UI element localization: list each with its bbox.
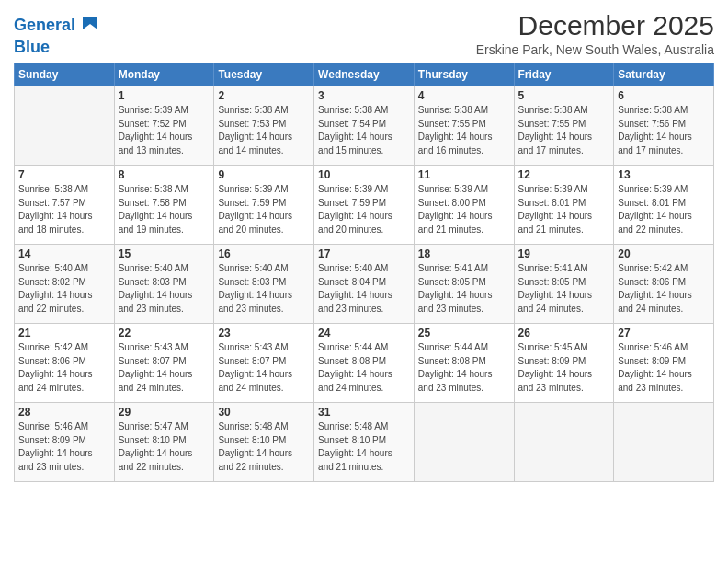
day-number: 6: [618, 89, 710, 102]
day-info: Sunrise: 5:46 AMSunset: 8:09 PMDaylight:…: [618, 341, 710, 395]
logo-text: General: [14, 17, 75, 35]
day-info: Sunrise: 5:40 AMSunset: 8:04 PMDaylight:…: [318, 262, 410, 316]
svg-marker-0: [83, 17, 97, 29]
cell-w4-d6: 26Sunrise: 5:45 AMSunset: 8:09 PMDayligh…: [514, 324, 614, 403]
day-number: 22: [119, 327, 210, 339]
day-info: Sunrise: 5:38 AMSunset: 7:55 PMDaylight:…: [518, 104, 610, 157]
cell-w2-d6: 12Sunrise: 5:39 AMSunset: 8:01 PMDayligh…: [514, 166, 614, 245]
day-info: Sunrise: 5:39 AMSunset: 7:59 PMDaylight:…: [218, 183, 310, 236]
main-title: December 2025: [476, 9, 714, 42]
day-number: 10: [318, 168, 410, 181]
col-saturday: Saturday: [614, 63, 714, 86]
cell-w2-d1: 7Sunrise: 5:38 AMSunset: 7:57 PMDaylight…: [15, 166, 115, 245]
day-number: 15: [119, 247, 210, 260]
day-info: Sunrise: 5:38 AMSunset: 7:56 PMDaylight:…: [618, 104, 710, 157]
day-number: 9: [218, 168, 310, 181]
cell-w4-d4: 24Sunrise: 5:44 AMSunset: 8:08 PMDayligh…: [314, 324, 415, 403]
cell-w4-d3: 23Sunrise: 5:43 AMSunset: 8:07 PMDayligh…: [214, 324, 314, 403]
day-number: 24: [318, 327, 410, 339]
calendar-table: Sunday Monday Tuesday Wednesday Thursday…: [14, 63, 714, 482]
day-number: 12: [518, 168, 610, 181]
day-number: 17: [318, 247, 410, 260]
day-info: Sunrise: 5:38 AMSunset: 7:58 PMDaylight:…: [119, 183, 210, 236]
day-number: 14: [18, 247, 110, 260]
day-info: Sunrise: 5:43 AMSunset: 8:07 PMDaylight:…: [119, 341, 210, 395]
cell-w2-d2: 8Sunrise: 5:38 AMSunset: 7:58 PMDaylight…: [114, 166, 214, 245]
cell-w5-d4: 31Sunrise: 5:48 AMSunset: 8:10 PMDayligh…: [314, 403, 415, 482]
day-info: Sunrise: 5:39 AMSunset: 8:01 PMDaylight:…: [518, 183, 610, 236]
cell-w1-d6: 5Sunrise: 5:38 AMSunset: 7:55 PMDaylight…: [514, 86, 614, 166]
cell-w4-d7: 27Sunrise: 5:46 AMSunset: 8:09 PMDayligh…: [614, 324, 714, 403]
day-number: 28: [18, 406, 110, 419]
day-number: 18: [418, 247, 510, 260]
col-wednesday: Wednesday: [314, 63, 415, 86]
day-info: Sunrise: 5:40 AMSunset: 8:03 PMDaylight:…: [119, 262, 210, 316]
day-info: Sunrise: 5:39 AMSunset: 8:00 PMDaylight:…: [418, 183, 510, 236]
day-number: 25: [418, 327, 510, 339]
cell-w5-d7: [614, 403, 714, 482]
calendar-header: Sunday Monday Tuesday Wednesday Thursday…: [15, 63, 714, 86]
day-number: 16: [218, 247, 310, 260]
day-info: Sunrise: 5:41 AMSunset: 8:05 PMDaylight:…: [418, 262, 510, 316]
cell-w2-d4: 10Sunrise: 5:39 AMSunset: 7:59 PMDayligh…: [314, 166, 415, 245]
cell-w1-d4: 3Sunrise: 5:38 AMSunset: 7:54 PMDaylight…: [314, 86, 415, 166]
col-tuesday: Tuesday: [214, 63, 314, 86]
calendar-body: 1Sunrise: 5:39 AMSunset: 7:52 PMDaylight…: [15, 86, 714, 482]
day-info: Sunrise: 5:44 AMSunset: 8:08 PMDaylight:…: [318, 341, 410, 395]
day-number: 7: [18, 168, 110, 181]
cell-w3-d5: 18Sunrise: 5:41 AMSunset: 8:05 PMDayligh…: [414, 245, 514, 324]
cell-w5-d5: [414, 403, 514, 482]
day-number: 26: [518, 327, 610, 339]
cell-w3-d3: 16Sunrise: 5:40 AMSunset: 8:03 PMDayligh…: [214, 245, 314, 324]
week-row-4: 21Sunrise: 5:42 AMSunset: 8:06 PMDayligh…: [15, 324, 714, 403]
col-monday: Monday: [114, 63, 214, 86]
day-number: 20: [618, 247, 710, 260]
day-info: Sunrise: 5:44 AMSunset: 8:08 PMDaylight:…: [418, 341, 510, 395]
cell-w3-d1: 14Sunrise: 5:40 AMSunset: 8:02 PMDayligh…: [15, 245, 115, 324]
cell-w2-d7: 13Sunrise: 5:39 AMSunset: 8:01 PMDayligh…: [614, 166, 714, 245]
day-number: 21: [18, 327, 110, 339]
page-container: General Blue December 2025 Erskine Park,…: [0, 0, 728, 491]
day-info: Sunrise: 5:38 AMSunset: 7:57 PMDaylight:…: [18, 183, 110, 236]
day-info: Sunrise: 5:48 AMSunset: 8:10 PMDaylight:…: [218, 420, 310, 474]
day-info: Sunrise: 5:47 AMSunset: 8:10 PMDaylight:…: [119, 420, 210, 474]
day-info: Sunrise: 5:39 AMSunset: 7:59 PMDaylight:…: [318, 183, 410, 236]
day-number: 13: [618, 168, 710, 181]
week-row-3: 14Sunrise: 5:40 AMSunset: 8:02 PMDayligh…: [15, 245, 714, 324]
day-info: Sunrise: 5:40 AMSunset: 8:02 PMDaylight:…: [18, 262, 110, 316]
cell-w1-d2: 1Sunrise: 5:39 AMSunset: 7:52 PMDaylight…: [114, 86, 214, 166]
week-row-2: 7Sunrise: 5:38 AMSunset: 7:57 PMDaylight…: [15, 166, 714, 245]
day-info: Sunrise: 5:38 AMSunset: 7:53 PMDaylight:…: [218, 104, 310, 157]
day-number: 11: [418, 168, 510, 181]
logo-icon: [77, 13, 103, 39]
day-number: 31: [318, 406, 410, 419]
cell-w5-d1: 28Sunrise: 5:46 AMSunset: 8:09 PMDayligh…: [15, 403, 115, 482]
cell-w1-d3: 2Sunrise: 5:38 AMSunset: 7:53 PMDaylight…: [214, 86, 314, 166]
col-friday: Friday: [514, 63, 614, 86]
day-info: Sunrise: 5:38 AMSunset: 7:54 PMDaylight:…: [318, 104, 410, 157]
cell-w2-d3: 9Sunrise: 5:39 AMSunset: 7:59 PMDaylight…: [214, 166, 314, 245]
day-number: 8: [119, 168, 210, 181]
day-info: Sunrise: 5:48 AMSunset: 8:10 PMDaylight:…: [318, 420, 410, 474]
logo: General Blue: [14, 13, 103, 57]
cell-w1-d7: 6Sunrise: 5:38 AMSunset: 7:56 PMDaylight…: [614, 86, 714, 166]
day-number: 23: [218, 327, 310, 339]
cell-w4-d2: 22Sunrise: 5:43 AMSunset: 8:07 PMDayligh…: [114, 324, 214, 403]
day-number: 30: [218, 406, 310, 419]
col-thursday: Thursday: [414, 63, 514, 86]
day-info: Sunrise: 5:38 AMSunset: 7:55 PMDaylight:…: [418, 104, 510, 157]
day-info: Sunrise: 5:45 AMSunset: 8:09 PMDaylight:…: [518, 341, 610, 395]
cell-w3-d4: 17Sunrise: 5:40 AMSunset: 8:04 PMDayligh…: [314, 245, 415, 324]
header-row: Sunday Monday Tuesday Wednesday Thursday…: [15, 63, 714, 86]
day-info: Sunrise: 5:39 AMSunset: 7:52 PMDaylight:…: [119, 104, 210, 157]
cell-w5-d3: 30Sunrise: 5:48 AMSunset: 8:10 PMDayligh…: [214, 403, 314, 482]
day-number: 2: [218, 89, 310, 102]
day-info: Sunrise: 5:41 AMSunset: 8:05 PMDaylight:…: [518, 262, 610, 316]
day-info: Sunrise: 5:40 AMSunset: 8:03 PMDaylight:…: [218, 262, 310, 316]
day-number: 27: [618, 327, 710, 339]
cell-w4-d1: 21Sunrise: 5:42 AMSunset: 8:06 PMDayligh…: [15, 324, 115, 403]
cell-w1-d1: [15, 86, 115, 166]
cell-w1-d5: 4Sunrise: 5:38 AMSunset: 7:55 PMDaylight…: [414, 86, 514, 166]
day-info: Sunrise: 5:42 AMSunset: 8:06 PMDaylight:…: [18, 341, 110, 395]
subtitle: Erskine Park, New South Wales, Australia: [476, 42, 714, 57]
